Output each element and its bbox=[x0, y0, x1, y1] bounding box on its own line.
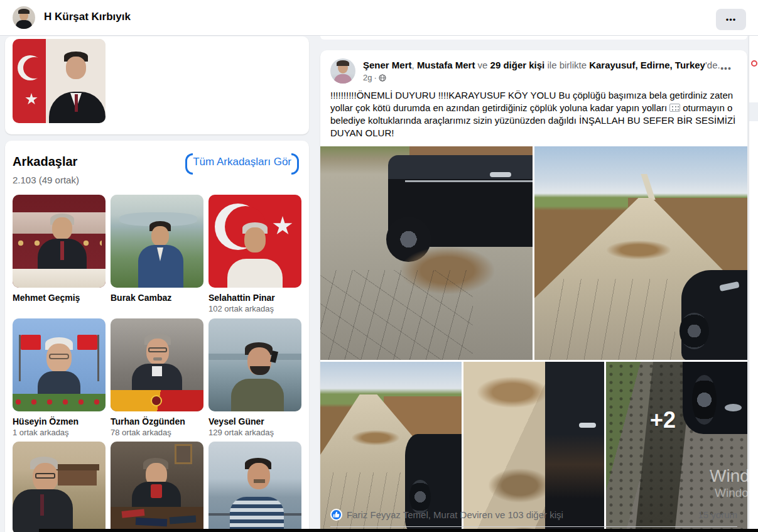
photo-art bbox=[244, 227, 266, 252]
friend-photo[interactable] bbox=[13, 442, 106, 532]
post-location[interactable]: Karayusuf, Edirne, Turkey bbox=[589, 60, 705, 70]
profile-photo[interactable] bbox=[13, 39, 106, 123]
post-meta: 2g · bbox=[363, 73, 386, 82]
photo-art bbox=[547, 279, 674, 360]
headline-and: ve bbox=[475, 60, 490, 70]
avatar-art bbox=[334, 74, 352, 84]
photo-art bbox=[13, 269, 106, 288]
meta-dot: · bbox=[374, 73, 376, 82]
comments-count[interactable]: 15 yorum bbox=[698, 509, 737, 520]
photo-art bbox=[254, 479, 265, 483]
photo-art bbox=[23, 57, 46, 79]
page-title: H Kürşat Kırbıyık bbox=[44, 11, 131, 23]
photo-art bbox=[477, 377, 548, 407]
photo-art bbox=[151, 484, 162, 498]
post-text: !!!!!!!!!!ÖNEMLİ DUYURU !!!!KARAYUSUF KÖ… bbox=[330, 89, 739, 139]
friend-mutual-count: 78 ortak arkadaş bbox=[111, 428, 205, 437]
post-photo-1[interactable] bbox=[320, 146, 533, 360]
top-bar: H Kürşat Kırbıyık ••• bbox=[0, 0, 758, 36]
friend-name[interactable]: Selahattin Pinar bbox=[208, 293, 303, 303]
friends-card: Arkadaşlar 2.103 (49 ortak) Tüm Arkadaşl… bbox=[5, 141, 309, 532]
avatar-art bbox=[16, 20, 32, 29]
reactions-summary[interactable]: Fariz Feyyaz Temel, Murat Deviren ve 103… bbox=[347, 509, 563, 520]
missing-glyph-box bbox=[669, 104, 680, 112]
avatar-art bbox=[18, 9, 30, 14]
photo-art bbox=[49, 354, 69, 359]
photo-art bbox=[55, 464, 99, 470]
photo-art bbox=[489, 469, 551, 503]
post-photo-2[interactable] bbox=[534, 146, 747, 360]
globe-icon bbox=[379, 74, 386, 82]
photo-art bbox=[175, 444, 192, 464]
photo-art bbox=[153, 357, 162, 361]
photo-art bbox=[230, 497, 284, 532]
profile-avatar[interactable] bbox=[13, 6, 35, 29]
bottom-black-strip bbox=[39, 529, 758, 532]
headline-with: ile birlikte bbox=[544, 60, 589, 70]
post-others[interactable]: 29 diğer kişi bbox=[490, 60, 545, 70]
photo-art bbox=[58, 469, 97, 486]
friend-name[interactable]: Burak Cambaz bbox=[111, 293, 205, 303]
friends-title: Arkadaşlar bbox=[13, 155, 77, 169]
photo-art bbox=[35, 473, 55, 479]
friend-name[interactable]: Turhan Özgünden bbox=[111, 416, 205, 426]
friends-count: 2.103 (49 ortak) bbox=[13, 175, 79, 185]
photo-art bbox=[320, 270, 473, 360]
post-author-avatar[interactable] bbox=[330, 58, 355, 84]
friend-mutual-count: 129 ortak arkadaş bbox=[208, 428, 303, 437]
photo-art bbox=[692, 375, 716, 425]
photo-art bbox=[97, 335, 99, 381]
post-headline: Şener Mert, Mustafa Mert ve 29 diğer kiş… bbox=[363, 59, 730, 71]
post-time[interactable]: 2g bbox=[363, 73, 372, 82]
photo-art bbox=[148, 347, 167, 352]
photo-art bbox=[13, 398, 106, 409]
photo-art bbox=[607, 241, 671, 260]
friend-photo[interactable]: WE ARE THE BEST bbox=[111, 318, 203, 411]
photo-art bbox=[21, 335, 41, 350]
friend-name[interactable]: Hüseyin Özmen bbox=[13, 416, 107, 426]
photo-art bbox=[231, 379, 284, 411]
post-footer: Fariz Feyyaz Temel, Murat Deviren ve 103… bbox=[320, 505, 747, 526]
like-reaction-icon[interactable] bbox=[330, 509, 342, 521]
photo-art bbox=[75, 94, 78, 112]
photo-art bbox=[40, 494, 44, 516]
photo-art bbox=[136, 518, 168, 527]
header-more-button[interactable]: ••• bbox=[716, 9, 746, 30]
photo-art bbox=[405, 180, 533, 182]
friend-photo[interactable] bbox=[111, 442, 203, 532]
photo-art bbox=[490, 172, 511, 177]
photo-art bbox=[679, 313, 709, 349]
photo-art bbox=[151, 395, 162, 406]
friend-photo[interactable] bbox=[208, 318, 301, 411]
post-more-button[interactable]: ••• bbox=[715, 60, 737, 77]
footer-divider bbox=[330, 526, 737, 527]
post-author-2[interactable]: Mustafa Mert bbox=[417, 60, 475, 70]
friend-photo[interactable] bbox=[208, 442, 301, 532]
friend-name[interactable]: Veysel Güner bbox=[208, 416, 303, 426]
post-author-1[interactable]: Şener Mert bbox=[363, 60, 412, 70]
friend-photo[interactable]: EGEMENLİK KAYITSIZ ŞARTSIZ MİLLETİNDİR bbox=[13, 195, 106, 288]
friend-photo[interactable] bbox=[13, 318, 106, 411]
photo-art bbox=[77, 335, 97, 350]
reaction-icon-partial bbox=[751, 60, 757, 67]
friend-mutual-count: 1 ortak arkadaş bbox=[13, 428, 107, 437]
photo-art bbox=[38, 371, 80, 396]
friend-mutual-count: 102 ortak arkadaş bbox=[208, 304, 303, 313]
avatar-art bbox=[337, 60, 349, 66]
photos-card bbox=[5, 36, 309, 134]
friend-photo[interactable] bbox=[208, 195, 301, 288]
post-card: Şener Mert, Mustafa Mert ve 29 diğer kiş… bbox=[320, 50, 747, 532]
photo-art bbox=[579, 423, 596, 428]
photo-art bbox=[152, 366, 162, 376]
previous-post-bottom-edge bbox=[320, 36, 747, 40]
photo-art bbox=[151, 226, 169, 246]
photo-art bbox=[725, 404, 742, 411]
friend-photo[interactable] bbox=[111, 195, 203, 288]
more-photos-overlay[interactable]: +2 bbox=[650, 407, 676, 433]
photo-art bbox=[66, 57, 86, 79]
photo-art bbox=[247, 463, 270, 489]
see-all-friends-link[interactable]: Tüm Arkadaşları Gör bbox=[185, 156, 299, 168]
right-edge-panel bbox=[749, 30, 758, 532]
friend-name[interactable]: Mehmet Geçmiş bbox=[13, 293, 107, 303]
photo-art bbox=[227, 259, 283, 288]
